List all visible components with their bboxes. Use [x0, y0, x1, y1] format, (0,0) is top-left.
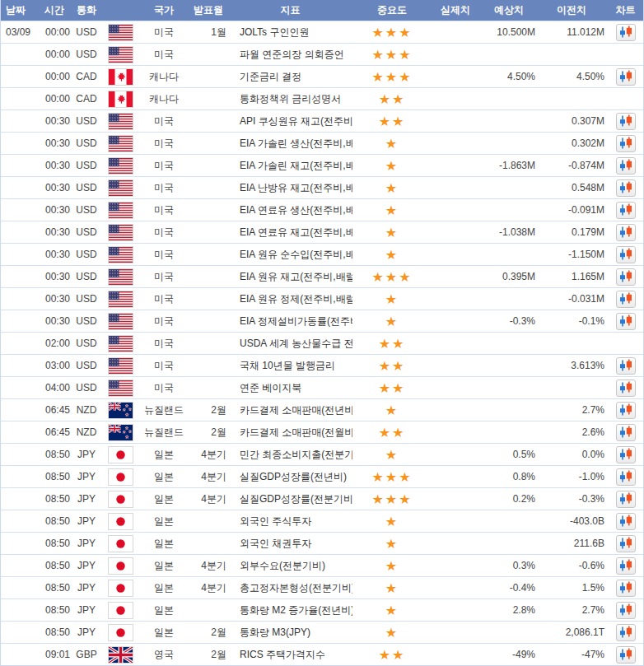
- candlestick-chart-button[interactable]: [616, 291, 636, 308]
- candlestick-chart-button[interactable]: [616, 202, 636, 219]
- candlestick-chart-button[interactable]: [616, 224, 636, 241]
- candlestick-chart-button[interactable]: [616, 468, 636, 486]
- candlestick-chart-button[interactable]: [616, 246, 636, 263]
- release-month-cell: 4분기: [190, 559, 228, 573]
- country-cell: 캐나다: [138, 92, 190, 106]
- candlestick-chart-button[interactable]: [616, 357, 636, 375]
- indicator-cell: EIA 가솔린 재고(전주비,배럴): [228, 159, 352, 173]
- release-month-cell: 1월: [190, 26, 228, 40]
- indicator-cell: 통화량 M3(JPY): [228, 626, 352, 640]
- country-cell: 미국: [138, 181, 190, 195]
- country-cell: 미국: [138, 337, 190, 351]
- nz-flag-icon: [108, 402, 133, 419]
- candlestick-chart-button[interactable]: [616, 68, 636, 86]
- currency-cell: JPY: [70, 515, 103, 527]
- previous-cell: 2.7%: [539, 604, 608, 616]
- importance-stars: ★: [352, 310, 432, 333]
- us-flag-icon: [108, 268, 133, 286]
- ca-flag-icon: [108, 68, 133, 86]
- currency-cell: JPY: [70, 626, 103, 638]
- flag-cell: [103, 157, 138, 175]
- release-month-cell: 4분기: [190, 448, 228, 462]
- table-row: 03/09 00:00 USD 미국 1월 JOLTs 구인인원 ★★★ 10.…: [1, 21, 643, 43]
- us-flag-icon: [108, 46, 133, 63]
- candlestick-chart-button[interactable]: [616, 113, 636, 130]
- indicator-cell: EIA 원유 재고(전주비,배럴): [228, 270, 352, 284]
- table-row: 08:50 JPY 일본 4분기 실질GDP성장률(전년비) ★★★ 0.8% …: [1, 465, 643, 487]
- importance-stars: ★: [352, 133, 432, 155]
- indicator-cell: 외국인 주식투자: [228, 515, 352, 529]
- us-flag-icon: [108, 246, 133, 263]
- chart-cell: [608, 402, 643, 419]
- candlestick-chart-button[interactable]: [616, 624, 636, 641]
- candlestick-chart-button[interactable]: [616, 402, 636, 419]
- forecast-cell: -1.863M: [483, 160, 539, 171]
- indicator-cell: 외부수요(전분기비): [228, 559, 352, 573]
- candlestick-chart-button[interactable]: [616, 157, 636, 175]
- chart-cell: [608, 424, 643, 441]
- candlestick-chart-button[interactable]: [616, 513, 636, 530]
- candlestick-chart-button[interactable]: [616, 446, 636, 463]
- us-flag-icon: [108, 357, 133, 375]
- flag-cell: [103, 246, 138, 263]
- candlestick-chart-button[interactable]: [616, 491, 636, 508]
- flag-cell: [103, 380, 138, 397]
- chart-cell: [608, 380, 643, 397]
- indicator-cell: 카드결제 소매판매(전월비): [228, 426, 352, 440]
- flag-cell: [103, 424, 138, 441]
- country-cell: 미국: [138, 159, 190, 173]
- country-cell: 미국: [138, 26, 190, 40]
- country-cell: 미국: [138, 248, 190, 262]
- table-row: 06:45 NZD 뉴질랜드 2월 카드결제 소매판매(전년비) ★ 2.7%: [1, 398, 643, 421]
- chart-cell: [608, 68, 643, 86]
- currency-cell: USD: [70, 338, 103, 349]
- table-row: 00:30 USD 미국 EIA 연료유 생산(전주비,배럴) ★ -0.091…: [1, 198, 643, 221]
- previous-cell: 3.613%: [539, 360, 608, 371]
- currency-cell: USD: [70, 315, 103, 327]
- indicator-cell: EIA 원유 정제(전주비,배럴): [228, 292, 352, 306]
- candlestick-chart-button[interactable]: [616, 535, 636, 552]
- candlestick-chart-button[interactable]: [616, 602, 636, 619]
- column-header-country: 국가: [138, 3, 190, 17]
- candlestick-chart-button[interactable]: [616, 135, 636, 152]
- importance-stars: ★★: [352, 377, 432, 399]
- chart-cell: [608, 202, 643, 219]
- indicator-cell: 국채 10년물 발행금리: [228, 359, 352, 373]
- indicator-cell: 실질GDP성장률(전분기비): [228, 492, 352, 506]
- candlestick-chart-button[interactable]: [616, 179, 636, 197]
- candlestick-chart-button[interactable]: [616, 424, 636, 441]
- table-row: 08:50 JPY 일본 2월 통화량 M3(JPY) ★ 2,086.1T: [1, 621, 643, 643]
- column-header-currency: 통화: [70, 3, 103, 17]
- candlestick-chart-button[interactable]: [616, 313, 636, 330]
- us-flag-icon: [108, 202, 133, 219]
- candlestick-chart-button[interactable]: [616, 380, 636, 397]
- time-cell: 06:45: [39, 404, 70, 416]
- time-cell: 08:50: [39, 538, 70, 549]
- column-header-indicator: 지표: [228, 3, 352, 17]
- currency-cell: USD: [70, 49, 103, 60]
- ca-flag-icon: [108, 91, 133, 108]
- us-flag-icon: [108, 24, 133, 41]
- currency-cell: USD: [70, 271, 103, 282]
- importance-stars: ★★: [352, 644, 432, 666]
- candlestick-chart-button[interactable]: [616, 646, 636, 664]
- date-cell: 03/09: [1, 26, 39, 38]
- time-cell: 00:00: [39, 49, 70, 60]
- jp-flag-icon: [108, 468, 133, 486]
- previous-cell: 0.548M: [539, 182, 608, 193]
- previous-cell: 0.179M: [539, 226, 608, 238]
- importance-stars: ★: [352, 177, 432, 199]
- table-row: 00:00 USD 미국 파월 연준의장 의회증언 ★★★: [1, 43, 643, 65]
- previous-cell: -1.150M: [539, 249, 608, 260]
- candlestick-chart-button[interactable]: [616, 557, 636, 575]
- flag-cell: [103, 113, 138, 130]
- importance-stars: ★: [352, 622, 432, 644]
- time-cell: 08:50: [39, 582, 70, 594]
- currency-cell: USD: [70, 182, 103, 193]
- chart-cell: [608, 24, 643, 41]
- candlestick-chart-button[interactable]: [616, 268, 636, 286]
- candlestick-chart-button[interactable]: [616, 24, 636, 41]
- importance-stars: ★★★: [352, 44, 432, 66]
- candlestick-chart-button[interactable]: [616, 580, 636, 597]
- table-row: 00:30 USD 미국 EIA 난방유 재고(전주비,배럴) ★ 0.548M: [1, 176, 643, 198]
